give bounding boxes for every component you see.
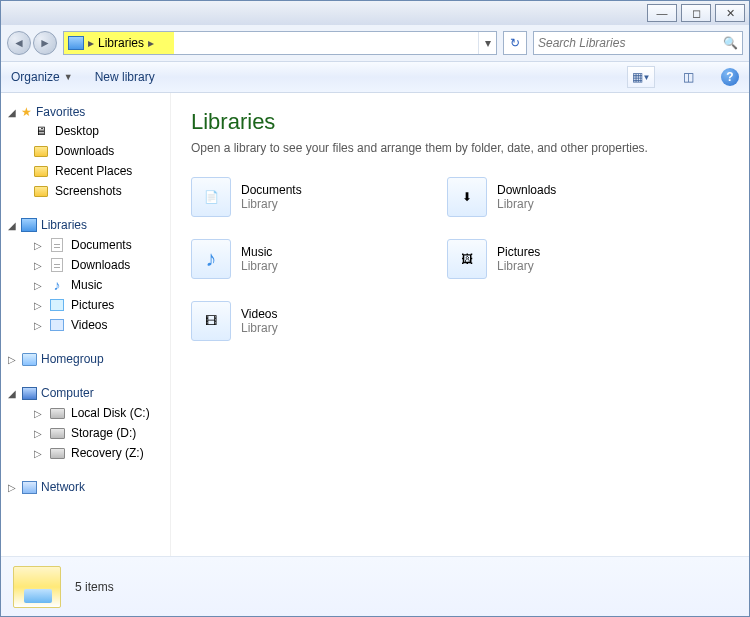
sidebar-item-label: Downloads <box>71 258 130 272</box>
title-bar: — ◻ ✕ <box>1 1 749 25</box>
sidebar-item-pictures[interactable]: ▷Pictures <box>5 295 166 315</box>
sidebar-item-label: Videos <box>71 318 107 332</box>
sidebar-item-desktop[interactable]: 🖥Desktop <box>5 121 166 141</box>
folder-icon <box>33 163 49 179</box>
navigation-row: ◄ ► ▸ Libraries ▸ ▾ ↻ 🔍 <box>1 25 749 61</box>
network-label: Network <box>41 480 85 494</box>
libraries-group[interactable]: ◢ Libraries <box>5 215 166 235</box>
address-bar[interactable]: ▸ Libraries ▸ ▾ <box>63 31 497 55</box>
page-subtitle: Open a library to see your files and arr… <box>191 141 729 155</box>
library-item-music[interactable]: ♪ MusicLibrary <box>191 237 431 281</box>
library-item-pictures[interactable]: 🖼 PicturesLibrary <box>447 237 687 281</box>
downloads-icon: ⬇ <box>447 177 487 217</box>
network-item[interactable]: ▷ Network <box>5 477 166 497</box>
breadcrumb-separator-icon: ▸ <box>148 36 154 50</box>
organize-label: Organize <box>11 70 60 84</box>
refresh-button[interactable]: ↻ <box>503 31 527 55</box>
help-button[interactable]: ? <box>721 68 739 86</box>
drive-icon <box>49 445 65 461</box>
sidebar-item-videos[interactable]: ▷Videos <box>5 315 166 335</box>
homegroup-icon <box>21 351 37 367</box>
library-item-documents[interactable]: 📄 DocumentsLibrary <box>191 175 431 219</box>
star-icon: ★ <box>21 105 32 119</box>
sidebar-item-recovery-z[interactable]: ▷Recovery (Z:) <box>5 443 166 463</box>
expand-icon: ▷ <box>33 320 43 331</box>
sidebar-item-label: Screenshots <box>55 184 122 198</box>
sidebar-item-label: Downloads <box>55 144 114 158</box>
breadcrumb-root[interactable]: Libraries <box>98 36 144 50</box>
collapse-icon: ◢ <box>7 388 17 399</box>
library-type: Library <box>241 259 278 273</box>
sidebar-item-music[interactable]: ▷♪Music <box>5 275 166 295</box>
libraries-icon <box>68 35 84 51</box>
library-type: Library <box>241 321 278 335</box>
library-name: Downloads <box>497 183 556 197</box>
library-name: Pictures <box>497 245 540 259</box>
drive-icon <box>49 405 65 421</box>
sidebar-item-storage-d[interactable]: ▷Storage (D:) <box>5 423 166 443</box>
library-grid: 📄 DocumentsLibrary ⬇ DownloadsLibrary ♪ … <box>191 175 729 343</box>
sidebar-item-label: Recovery (Z:) <box>71 446 144 460</box>
preview-pane-button[interactable]: ◫ <box>677 66 699 88</box>
close-button[interactable]: ✕ <box>715 4 745 22</box>
document-icon <box>49 257 65 273</box>
library-type: Library <box>497 197 556 211</box>
sidebar-item-label: Music <box>71 278 102 292</box>
library-name: Documents <box>241 183 302 197</box>
sidebar-item-recent-places[interactable]: Recent Places <box>5 161 166 181</box>
homegroup-label: Homegroup <box>41 352 104 366</box>
sidebar-item-label: Pictures <box>71 298 114 312</box>
expand-icon: ▷ <box>7 354 17 365</box>
page-title: Libraries <box>191 109 729 135</box>
sidebar-item-documents[interactable]: ▷Documents <box>5 235 166 255</box>
sidebar-item-downloads[interactable]: Downloads <box>5 141 166 161</box>
computer-group[interactable]: ◢ Computer <box>5 383 166 403</box>
library-item-downloads[interactable]: ⬇ DownloadsLibrary <box>447 175 687 219</box>
back-button[interactable]: ◄ <box>7 31 31 55</box>
library-item-videos[interactable]: 🎞 VideosLibrary <box>191 299 431 343</box>
expand-icon: ▷ <box>7 482 17 493</box>
expand-icon: ▷ <box>33 300 43 311</box>
collapse-icon: ◢ <box>7 220 17 231</box>
view-options-button[interactable]: ▦ ▼ <box>627 66 655 88</box>
computer-icon <box>21 385 37 401</box>
folder-icon <box>33 183 49 199</box>
address-history-dropdown[interactable]: ▾ <box>478 32 496 54</box>
sidebar-item-downloads-lib[interactable]: ▷Downloads <box>5 255 166 275</box>
documents-icon: 📄 <box>191 177 231 217</box>
organize-menu[interactable]: Organize ▼ <box>11 70 73 84</box>
expand-icon: ▷ <box>33 280 43 291</box>
collapse-icon: ◢ <box>7 107 17 118</box>
videos-icon <box>49 317 65 333</box>
search-input[interactable] <box>538 36 723 50</box>
music-icon: ♪ <box>49 277 65 293</box>
folder-icon <box>33 143 49 159</box>
sidebar-item-screenshots[interactable]: Screenshots <box>5 181 166 201</box>
network-icon <box>21 479 37 495</box>
maximize-button[interactable]: ◻ <box>681 4 711 22</box>
sidebar-item-label: Local Disk (C:) <box>71 406 150 420</box>
sidebar-item-label: Desktop <box>55 124 99 138</box>
minimize-button[interactable]: — <box>647 4 677 22</box>
desktop-icon: 🖥 <box>33 123 49 139</box>
library-type: Library <box>241 197 302 211</box>
expand-icon: ▷ <box>33 428 43 439</box>
sidebar-item-label: Storage (D:) <box>71 426 136 440</box>
pictures-icon <box>49 297 65 313</box>
videos-icon: 🎞 <box>191 301 231 341</box>
homegroup-item[interactable]: ▷ Homegroup <box>5 349 166 369</box>
item-count: 5 items <box>75 580 114 594</box>
favorites-group[interactable]: ◢ ★ Favorites <box>5 103 166 121</box>
favorites-label: Favorites <box>36 105 85 119</box>
explorer-window: — ◻ ✕ ◄ ► ▸ Libraries ▸ ▾ ↻ 🔍 Organize <box>0 0 750 617</box>
details-pane: 5 items <box>1 556 749 616</box>
sidebar-item-label: Documents <box>71 238 132 252</box>
forward-button[interactable]: ► <box>33 31 57 55</box>
sidebar-item-local-disk-c[interactable]: ▷Local Disk (C:) <box>5 403 166 423</box>
new-library-button[interactable]: New library <box>95 70 155 84</box>
library-name: Music <box>241 245 278 259</box>
libraries-icon <box>21 217 37 233</box>
expand-icon: ▷ <box>33 240 43 251</box>
search-box[interactable]: 🔍 <box>533 31 743 55</box>
expand-icon: ▷ <box>33 260 43 271</box>
